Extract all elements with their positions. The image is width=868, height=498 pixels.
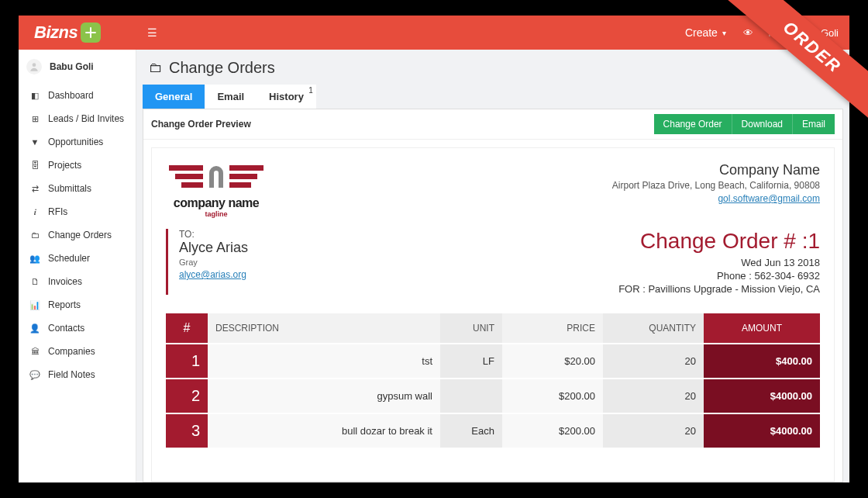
sidebar-item-invoices[interactable]: 🗋Invoices bbox=[19, 270, 136, 293]
chat-icon: 💬 bbox=[28, 370, 42, 380]
watch-icon[interactable]: 👁 bbox=[737, 27, 760, 39]
logo-company-name: company name bbox=[174, 196, 259, 210]
to-label: TO: bbox=[179, 229, 248, 240]
tab-general[interactable]: General bbox=[143, 85, 205, 109]
table-row: 2 gypsum wall $200.00 20 $4000.00 bbox=[166, 379, 820, 413]
create-label: Create bbox=[685, 26, 718, 39]
tab-history[interactable]: History 1 bbox=[257, 85, 316, 109]
sidebar: Babu Goli ◧Dashboard ⊞Leads / Bid Invite… bbox=[19, 50, 136, 482]
sidebar-item-submittals[interactable]: ⇄Submittals bbox=[19, 177, 136, 200]
svg-rect-2 bbox=[175, 174, 203, 179]
briefcase-icon: 🗄 bbox=[28, 161, 42, 170]
sidebar-item-change-orders[interactable]: 🗀Change Orders bbox=[19, 223, 136, 247]
svg-rect-1 bbox=[169, 165, 203, 171]
svg-rect-5 bbox=[229, 174, 257, 179]
sidebar-item-contacts[interactable]: 👤Contacts bbox=[19, 316, 136, 340]
chart-icon: 📊 bbox=[28, 300, 42, 310]
col-description: DESCRIPTION bbox=[208, 313, 440, 344]
brand-badge-icon bbox=[81, 22, 101, 43]
topbar: Bizns ☰ Create ▾ 👁 ⚑ Babu Goli bbox=[19, 16, 849, 50]
document-preview: company name tagline Company Name Airpor… bbox=[151, 147, 835, 482]
to-name: Alyce Arias bbox=[179, 240, 248, 256]
action-buttons: Change Order Download Email bbox=[654, 114, 835, 134]
company-email-link[interactable]: gol.software@gmail.com bbox=[718, 193, 820, 204]
email-button[interactable]: Email bbox=[792, 114, 835, 134]
col-amount: AMOUNT bbox=[704, 313, 820, 344]
tab-email[interactable]: Email bbox=[205, 85, 257, 109]
sidebar-item-reports[interactable]: 📊Reports bbox=[19, 293, 136, 316]
download-button[interactable]: Download bbox=[732, 114, 792, 134]
to-subtitle: Gray bbox=[179, 258, 248, 267]
building-icon: 🏛 bbox=[28, 347, 42, 356]
svg-rect-4 bbox=[229, 165, 264, 171]
col-price: PRICE bbox=[502, 313, 603, 344]
file-icon: 🗋 bbox=[28, 277, 42, 286]
change-order-phone: Phone : 562-304- 6932 bbox=[618, 270, 820, 282]
sidebar-item-dashboard[interactable]: ◧Dashboard bbox=[19, 84, 136, 107]
sidebar-item-rfis[interactable]: 𝒊RFIs bbox=[19, 200, 136, 223]
change-order-for: FOR : Pavillions Upgrade - Mission Viejo… bbox=[618, 283, 820, 295]
leads-icon: ⊞ bbox=[28, 114, 42, 124]
transfer-icon: ⇄ bbox=[28, 184, 42, 194]
svg-rect-3 bbox=[181, 182, 203, 188]
logo-tagline: tagline bbox=[205, 210, 227, 218]
chevron-down-icon: ▾ bbox=[722, 29, 726, 37]
company-name: Company Name bbox=[612, 162, 820, 178]
sidebar-item-opportunities[interactable]: ▼Opportunities bbox=[19, 130, 136, 154]
svg-point-0 bbox=[33, 63, 36, 67]
create-button[interactable]: Create ▾ bbox=[674, 26, 737, 39]
panel-header: Change Order Preview Change Order Downlo… bbox=[143, 109, 842, 140]
sidebar-item-companies[interactable]: 🏛Companies bbox=[19, 340, 136, 363]
menu-toggle-icon[interactable]: ☰ bbox=[136, 26, 167, 39]
panel-title: Change Order Preview bbox=[151, 119, 251, 130]
dashboard-icon: ◧ bbox=[28, 91, 42, 101]
person-icon: 👤 bbox=[28, 323, 42, 334]
table-row: 1 tst LF $20.00 20 $400.00 bbox=[166, 344, 820, 379]
table-row: 3 bull dozar to break it Each $200.00 20… bbox=[166, 413, 820, 448]
sidebar-item-projects[interactable]: 🗄Projects bbox=[19, 154, 136, 177]
preview-panel: Change Order Preview Change Order Downlo… bbox=[143, 109, 843, 482]
change-order-title: Change Order # :1 bbox=[618, 229, 820, 254]
sidebar-user[interactable]: Babu Goli bbox=[19, 54, 136, 84]
tabs: General Email History 1 bbox=[136, 85, 849, 109]
sidebar-item-leads[interactable]: ⊞Leads / Bid Invites bbox=[19, 107, 136, 130]
page-header: 🗀 Change Orders bbox=[136, 50, 849, 85]
folder-icon: 🗀 bbox=[149, 60, 163, 76]
wings-icon bbox=[166, 162, 267, 195]
folder-icon: 🗀 bbox=[28, 230, 42, 240]
sidebar-user-name: Babu Goli bbox=[50, 61, 94, 72]
users-icon: 👥 bbox=[28, 254, 42, 264]
sidebar-item-field-notes[interactable]: 💬Field Notes bbox=[19, 363, 136, 386]
page-title: Change Orders bbox=[169, 59, 275, 77]
info-icon: 𝒊 bbox=[28, 207, 42, 217]
company-logo: company name tagline bbox=[166, 162, 267, 218]
company-address: Airport Plaza Drive, Long Beach, Califor… bbox=[612, 180, 820, 191]
col-quantity: QUANTITY bbox=[603, 313, 704, 344]
change-order-date: Wed Jun 13 2018 bbox=[618, 257, 820, 268]
brand-name: Bizns bbox=[34, 22, 78, 43]
app-window: Bizns ☰ Create ▾ 👁 ⚑ Babu Goli Babu Goli… bbox=[19, 16, 849, 482]
svg-rect-6 bbox=[229, 182, 251, 188]
to-email-link[interactable]: alyce@arias.org bbox=[179, 269, 246, 280]
history-count-badge: 1 bbox=[308, 86, 313, 95]
col-num: # bbox=[166, 313, 208, 344]
brand-logo[interactable]: Bizns bbox=[19, 22, 136, 43]
line-items-table: # DESCRIPTION UNIT PRICE QUANTITY AMOUNT bbox=[166, 313, 820, 448]
filter-icon: ▼ bbox=[28, 137, 42, 147]
sidebar-item-scheduler[interactable]: 👥Scheduler bbox=[19, 247, 136, 270]
avatar-icon bbox=[26, 59, 42, 74]
change-order-button[interactable]: Change Order bbox=[654, 114, 732, 134]
main-content: 🗀 Change Orders General Email History 1 … bbox=[136, 50, 849, 482]
col-unit: UNIT bbox=[440, 313, 502, 344]
